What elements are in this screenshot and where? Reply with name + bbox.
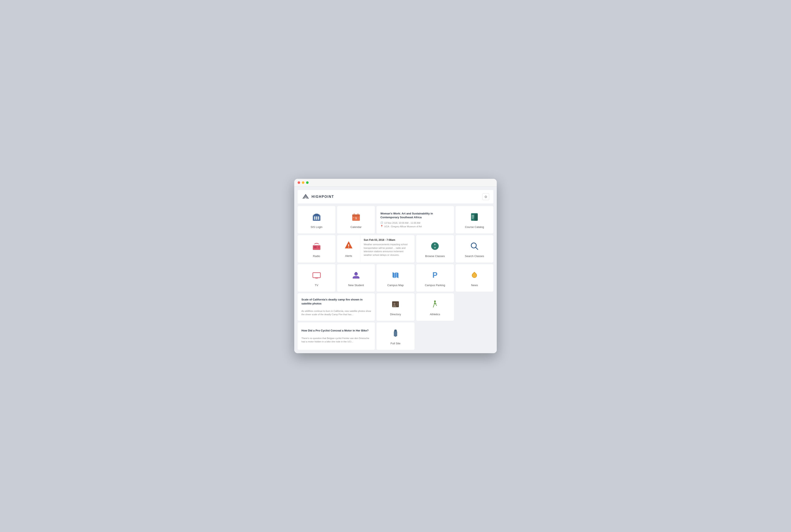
svg-rect-4 xyxy=(314,218,315,220)
athletics-icon xyxy=(430,300,439,310)
svg-rect-15 xyxy=(314,246,317,248)
alert-content: Sun Feb 03, 2018 - 7:08am Weather announ… xyxy=(360,235,414,263)
svg-rect-1 xyxy=(314,216,315,218)
svg-point-20 xyxy=(431,242,439,250)
event-title: Woman's Work: Art and Sustainability in … xyxy=(380,212,450,219)
sis-icon xyxy=(312,212,321,223)
campus-parking-tile[interactable]: P Campus Parking xyxy=(416,264,454,292)
event-location-row: 📍 UCA - Gregory Allicar Museum of Art xyxy=(380,225,450,228)
svg-rect-5 xyxy=(316,218,317,220)
svg-rect-33 xyxy=(397,305,398,306)
campus-map-icon xyxy=(391,270,400,281)
logo-text: HighPoint xyxy=(312,195,334,198)
full-site-tile[interactable]: Full Site xyxy=(377,322,414,350)
parking-icon: P xyxy=(430,270,439,281)
svg-rect-31 xyxy=(397,303,398,303)
new-student-tile[interactable]: New Student xyxy=(337,264,375,292)
athletics-label: Athletics xyxy=(430,313,440,316)
close-button[interactable] xyxy=(298,181,300,184)
news-body: As wildfires continue to burn in Califor… xyxy=(301,309,371,316)
svg-rect-32 xyxy=(397,304,398,304)
cycling-news-tile[interactable]: How Did a Pro Cyclist Conceal a Motor in… xyxy=(298,322,375,350)
svg-line-22 xyxy=(476,247,478,249)
logo: HighPoint xyxy=(302,193,334,201)
catalog-icon xyxy=(470,212,479,223)
event-date: 13 Nov 2018, 10:00 AM - 11:00 AM xyxy=(384,222,420,224)
directory-label: Directory xyxy=(390,313,401,316)
tv-label: TV xyxy=(315,284,318,287)
svg-text:P: P xyxy=(432,271,437,279)
minimize-button[interactable] xyxy=(302,181,304,184)
directory-tile[interactable]: Directory xyxy=(377,293,414,321)
search-classes-label: Search Classes xyxy=(465,254,484,258)
svg-rect-35 xyxy=(394,332,397,336)
campus-map-tile[interactable]: Campus Map xyxy=(377,264,414,292)
tiles-grid: SIS Login 1 Calendar Wo xyxy=(298,206,493,350)
news-tile[interactable]: News xyxy=(456,264,493,292)
svg-point-17 xyxy=(318,247,319,248)
tv-icon xyxy=(312,270,321,281)
campus-parking-label: Campus Parking xyxy=(425,284,445,287)
calendar-icon: 1 xyxy=(352,212,361,223)
alert-body: Weather announcements impacting school t… xyxy=(364,243,411,256)
event-location: UCA - Gregory Allicar Museum of Art xyxy=(384,225,422,228)
svg-rect-18 xyxy=(348,244,349,246)
calendar-label: Calendar xyxy=(350,225,361,229)
app-header: HighPoint ⚙ xyxy=(298,190,493,204)
clock-icon: 🕐 xyxy=(380,222,383,224)
radio-icon xyxy=(312,242,321,252)
event-tile[interactable]: Woman's Work: Art and Sustainability in … xyxy=(377,206,454,233)
svg-rect-0 xyxy=(313,215,320,221)
new-student-icon xyxy=(352,270,361,281)
news-icon xyxy=(470,270,479,281)
cycling-news-body: There's no question that Belgian cyclist… xyxy=(301,337,371,343)
radio-label: Radio xyxy=(313,254,320,258)
alert-icon xyxy=(344,240,353,251)
cycling-news-title: How Did a Pro Cyclist Conceal a Motor in… xyxy=(301,329,371,332)
svg-rect-2 xyxy=(316,216,317,218)
svg-rect-3 xyxy=(318,216,319,218)
app-container: HighPoint ⚙ xyxy=(294,187,497,353)
svg-rect-37 xyxy=(395,329,396,330)
search-icon xyxy=(470,242,479,252)
athletics-tile[interactable]: Athletics xyxy=(416,293,454,321)
event-date-row: 🕐 13 Nov 2018, 10:00 AM - 11:00 AM xyxy=(380,222,450,224)
alert-date: Sun Feb 03, 2018 - 7:08am xyxy=(364,239,411,242)
svg-point-30 xyxy=(393,303,396,305)
titlebar xyxy=(294,179,497,187)
full-site-label: Full Site xyxy=(391,342,400,345)
sis-login-label: SIS Login xyxy=(310,225,322,229)
alerts-tile[interactable]: Alerts Sun Feb 03, 2018 - 7:08am Weather… xyxy=(337,235,414,263)
svg-rect-19 xyxy=(348,247,349,248)
svg-rect-7 xyxy=(314,214,320,215)
maximize-button[interactable] xyxy=(306,181,308,184)
new-student-label: New Student xyxy=(348,284,364,287)
news-label: News xyxy=(471,284,478,287)
browse-classes-tile[interactable]: Browse Classes xyxy=(416,235,454,263)
news-headline: Scale of California's deadly camp fire s… xyxy=(301,298,371,305)
alert-icon-section: Alerts xyxy=(337,235,360,263)
radio-tile[interactable]: Radio xyxy=(298,235,335,263)
calendar-tile[interactable]: 1 Calendar xyxy=(337,206,375,233)
location-icon: 📍 xyxy=(380,225,383,228)
tv-tile[interactable]: TV xyxy=(298,264,335,292)
news-article-tile[interactable]: Scale of California's deadly camp fire s… xyxy=(298,293,375,321)
alerts-label: Alerts xyxy=(345,254,352,258)
gear-icon: ⚙ xyxy=(484,195,487,199)
directory-icon xyxy=(391,300,400,310)
browse-icon xyxy=(430,242,439,252)
svg-rect-6 xyxy=(318,218,319,220)
search-classes-tile[interactable]: Search Classes xyxy=(456,235,493,263)
app-window: HighPoint ⚙ xyxy=(294,179,497,353)
course-catalog-label: Course Catalog xyxy=(465,225,484,229)
course-catalog-tile[interactable]: Course Catalog xyxy=(456,206,493,233)
svg-text:1: 1 xyxy=(355,216,357,220)
campus-map-label: Campus Map xyxy=(387,284,403,287)
logo-icon xyxy=(302,193,309,201)
browse-classes-label: Browse Classes xyxy=(425,254,445,258)
sis-login-tile[interactable]: SIS Login xyxy=(298,206,335,233)
settings-button[interactable]: ⚙ xyxy=(483,193,489,200)
svg-rect-23 xyxy=(313,273,320,278)
full-site-icon xyxy=(391,329,400,339)
